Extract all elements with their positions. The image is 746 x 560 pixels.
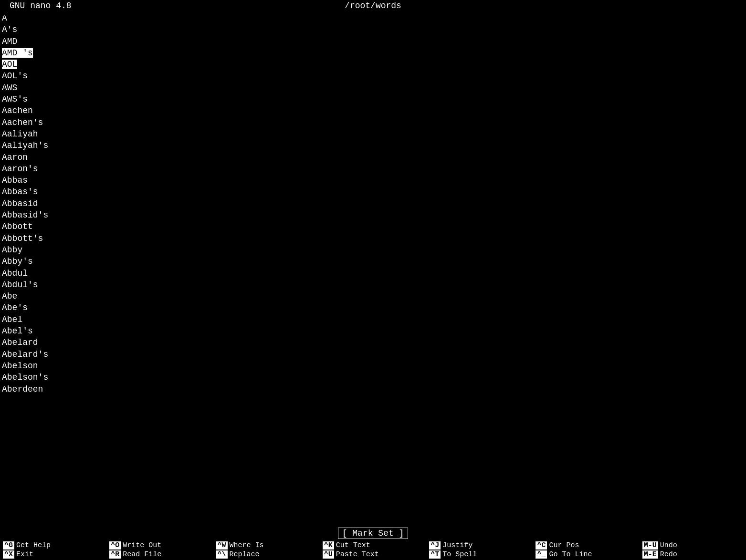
- editor-line: Abdul's: [2, 279, 744, 290]
- shortcut-key: ^U: [323, 550, 334, 559]
- shortcut-key: ^G: [3, 541, 14, 550]
- editor-line: Aaron's: [2, 163, 744, 175]
- shortcut-item[interactable]: ^CCur Pos: [533, 541, 639, 550]
- editor-line: AWS: [2, 82, 744, 93]
- editor-line: Abbasid: [2, 198, 744, 209]
- editor-line: Abby: [2, 244, 744, 256]
- shortcut-item[interactable]: ^_Go To Line: [533, 550, 639, 559]
- app-title: GNU nano 4.8: [10, 1, 72, 10]
- editor-line: Abbott: [2, 221, 744, 232]
- editor-line: Aaron: [2, 152, 744, 163]
- shortcut-label: Where Is: [230, 541, 264, 550]
- editor-line: AOL: [2, 59, 744, 70]
- shortcut-group: ^JJustify^TTo Spell: [426, 541, 533, 559]
- shortcut-item[interactable]: ^GGet Help: [0, 541, 106, 550]
- editor-line: Abel: [2, 314, 744, 325]
- shortcut-key: ^J: [429, 541, 441, 550]
- editor-line: AMD: [2, 36, 744, 47]
- shortcut-item[interactable]: ^WWhere Is: [213, 541, 320, 550]
- shortcut-label: Cur Pos: [549, 541, 579, 550]
- editor-line: Aaliyah: [2, 128, 744, 140]
- shortcut-key: ^\: [216, 550, 228, 559]
- shortcut-label: Redo: [660, 550, 677, 559]
- shortcut-label: Write Out: [123, 541, 161, 550]
- editor-line: AMD 's: [2, 47, 744, 59]
- editor-line: Abdul: [2, 268, 744, 279]
- editor-line: Abbott's: [2, 233, 744, 244]
- editor-line: Abelard's: [2, 349, 744, 360]
- shortcut-item[interactable]: M-ERedo: [640, 550, 746, 559]
- shortcut-key: ^X: [3, 550, 14, 559]
- shortcut-label: Exit: [16, 550, 33, 559]
- editor-line: Abelson's: [2, 372, 744, 383]
- shortcut-item[interactable]: ^\Replace: [213, 550, 320, 559]
- shortcut-item[interactable]: ^XExit: [0, 550, 106, 559]
- shortcut-group: ^CCur Pos^_Go To Line: [533, 541, 639, 559]
- bottom-bar: ^GGet Help^XExit^OWrite Out^RRead File^W…: [0, 540, 746, 560]
- shortcut-item[interactable]: ^JJustify: [426, 541, 533, 550]
- editor-line: AOL's: [2, 70, 744, 82]
- nano-editor: GNU nano 4.8 /root/words AA'sAMDAMD 'sAO…: [0, 0, 746, 560]
- shortcut-label: Justify: [442, 541, 473, 550]
- shortcut-key: ^W: [216, 541, 228, 550]
- shortcut-label: Undo: [660, 541, 677, 550]
- editor-line: Aberdeen: [2, 384, 744, 395]
- shortcut-label: Replace: [230, 550, 260, 559]
- editor-line: Abelson: [2, 360, 744, 372]
- shortcut-item[interactable]: ^OWrite Out: [106, 541, 213, 550]
- editor-line: AWS's: [2, 93, 744, 105]
- shortcut-item[interactable]: ^UPaste Text: [320, 550, 426, 559]
- mark-set-label: [ Mark Set ]: [338, 528, 409, 539]
- shortcut-key: ^K: [323, 541, 334, 550]
- shortcut-group: ^WWhere Is^\Replace: [213, 541, 320, 559]
- shortcut-item[interactable]: M-UUndo: [640, 541, 746, 550]
- mark-set-bar: [ Mark Set ]: [0, 527, 746, 540]
- file-path: /root/words: [345, 1, 401, 10]
- editor-line: Abbas's: [2, 186, 744, 197]
- editor-line: A's: [2, 24, 744, 35]
- shortcut-key: M-U: [642, 541, 658, 550]
- shortcut-key: ^T: [429, 550, 441, 559]
- shortcut-label: To Spell: [442, 550, 477, 559]
- editor-line: Abby's: [2, 256, 744, 267]
- shortcut-item[interactable]: ^RRead File: [106, 550, 213, 559]
- shortcut-label: Go To Line: [549, 550, 592, 559]
- editor-line: Aachen: [2, 105, 744, 116]
- shortcut-label: Cut Text: [336, 541, 370, 550]
- title-bar: GNU nano 4.8 /root/words: [0, 0, 746, 11]
- shortcut-key: ^C: [536, 541, 547, 550]
- editor-area[interactable]: AA'sAMDAMD 'sAOLAOL'sAWSAWS'sAachenAache…: [0, 11, 746, 527]
- editor-line: Abe's: [2, 302, 744, 313]
- shortcut-label: Get Help: [16, 541, 51, 550]
- editor-line: Abelard: [2, 337, 744, 348]
- editor-line: A: [2, 12, 744, 24]
- shortcut-key: ^O: [109, 541, 121, 550]
- shortcut-item[interactable]: ^KCut Text: [320, 541, 426, 550]
- shortcut-label: Paste Text: [336, 550, 379, 559]
- editor-line: Abel's: [2, 325, 744, 337]
- shortcut-key: M-E: [642, 550, 658, 559]
- editor-line: Aachen's: [2, 117, 744, 128]
- shortcut-group: ^OWrite Out^RRead File: [106, 541, 213, 559]
- editor-line: Aaliyah's: [2, 140, 744, 151]
- editor-line: Abbasid's: [2, 209, 744, 221]
- shortcut-label: Read File: [123, 550, 161, 559]
- shortcut-group: M-UUndoM-ERedo: [640, 541, 746, 559]
- shortcut-item[interactable]: ^TTo Spell: [426, 550, 533, 559]
- editor-line: Abe: [2, 290, 744, 302]
- shortcut-key: ^R: [109, 550, 121, 559]
- shortcut-group: ^GGet Help^XExit: [0, 541, 106, 559]
- shortcut-group: ^KCut Text^UPaste Text: [320, 541, 426, 559]
- shortcut-key: ^_: [536, 550, 547, 559]
- editor-line: Abbas: [2, 175, 744, 186]
